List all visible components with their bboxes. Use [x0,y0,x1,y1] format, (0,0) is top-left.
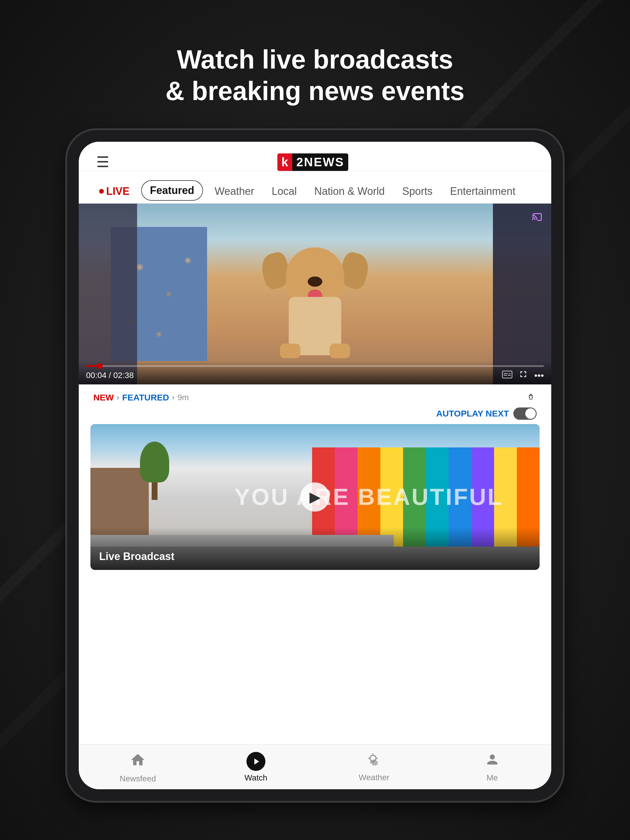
tablet-device: ☰ k 2NEWS LIVE Featured Weather [67,130,563,801]
toggle-knob [525,408,536,419]
tab-nation-world[interactable]: Nation & World [306,180,393,204]
tab-nation-world-label: Nation & World [314,185,385,197]
nav-tabs: LIVE Featured Weather Local Nation & Wor… [79,171,551,204]
video-content [79,204,551,384]
time-total: 02:38 [113,371,134,380]
share-icon[interactable] [525,390,537,404]
next-video-card[interactable]: YOU ARE BEAUTIFUL ▶ Live Broadcast [90,424,540,570]
dog-nose [308,276,322,287]
tab-sports-label: Sports [402,185,433,197]
logo-k: k [277,153,292,171]
tab-featured[interactable]: Featured [141,180,203,201]
nav-newsfeed-label: Newsfeed [120,774,156,783]
video-time: 00:04 / 02:38 [86,371,134,380]
meta-tags: NEW › FEATURED › 9m [93,393,189,403]
tab-featured-label: Featured [150,184,194,196]
dog-paw-left [280,344,300,358]
tab-local[interactable]: Local [263,180,305,204]
more-options-icon[interactable]: ••• [534,370,544,381]
play-button[interactable]: ▶ [300,482,330,512]
top-bar: ☰ k 2NEWS [79,142,551,171]
newsfeed-icon [130,752,146,772]
nav-watch-label: Watch [245,773,267,783]
progress-scrubber[interactable] [97,363,103,369]
tab-live-label: LIVE [106,185,129,197]
dog-paw-right [330,344,350,358]
nav-item-newsfeed[interactable]: Newsfeed [79,752,197,783]
nav-item-me[interactable]: Me [433,752,551,783]
tag-new: NEW [93,393,114,403]
tree-foliage [140,442,169,482]
controls-row: 00:04 / 02:38 [86,369,544,382]
weather-icon [366,752,383,771]
tab-entertainment[interactable]: Entertainment [441,180,524,204]
tab-sports[interactable]: Sports [393,180,441,204]
tag-time: 9m [177,393,189,402]
tree [137,442,172,500]
progress-bar[interactable] [86,365,544,367]
app-screen: ☰ k 2NEWS LIVE Featured Weather [79,142,551,789]
tab-live[interactable]: LIVE [90,180,138,204]
door-frame-right [493,204,551,384]
autoplay-toggle[interactable] [513,407,537,420]
nav-me-label: Me [486,773,498,783]
cast-icon[interactable] [531,209,544,224]
tab-weather-label: Weather [215,185,254,197]
hamburger-menu-icon[interactable]: ☰ [96,154,109,171]
mural-text: YOU ARE BEAUTIFUL [234,483,503,510]
tag-featured: FEATURED [122,393,169,403]
bottom-nav: Newsfeed Watch [79,744,551,789]
nav-item-watch[interactable]: Watch [197,752,315,783]
autoplay-label: AUTOPLAY NEXT [436,409,509,418]
control-icons: ••• [502,369,544,382]
tag-separator2: › [172,393,175,402]
fullscreen-icon[interactable] [518,369,528,382]
time-separator: / [109,371,114,380]
app-logo: k 2NEWS [277,153,349,171]
logo-2news: 2NEWS [292,153,348,171]
tab-local-label: Local [272,185,297,197]
time-current: 00:04 [86,371,106,380]
nav-weather-label: Weather [359,773,389,782]
video-frame [79,204,551,384]
tag-separator: › [117,393,119,402]
page-headline: Watch live broadcasts & breaking news ev… [165,44,464,107]
video-controls: 00:04 / 02:38 [79,361,551,384]
tab-entertainment-label: Entertainment [450,185,515,197]
me-icon [485,752,500,771]
next-video-label: Live Broadcast [90,527,540,570]
watch-icon [246,752,265,771]
svg-rect-0 [502,371,512,378]
dog-figure [274,247,356,358]
tab-weather[interactable]: Weather [206,180,263,204]
tablet-screen: ☰ k 2NEWS LIVE Featured Weather [79,142,551,789]
meta-row: NEW › FEATURED › 9m [79,384,551,407]
autoplay-row: AUTOPLAY NEXT [79,407,551,424]
content-area: NEW › FEATURED › 9m AUTOPLAY NEXT [79,384,551,744]
door-frame-left [79,204,137,384]
video-player[interactable]: 00:04 / 02:38 [79,204,551,384]
next-video-thumbnail: YOU ARE BEAUTIFUL ▶ Live Broadcast [90,424,540,570]
nav-item-weather[interactable]: Weather [315,752,433,783]
live-dot [99,189,104,194]
subtitles-icon[interactable] [502,370,512,381]
